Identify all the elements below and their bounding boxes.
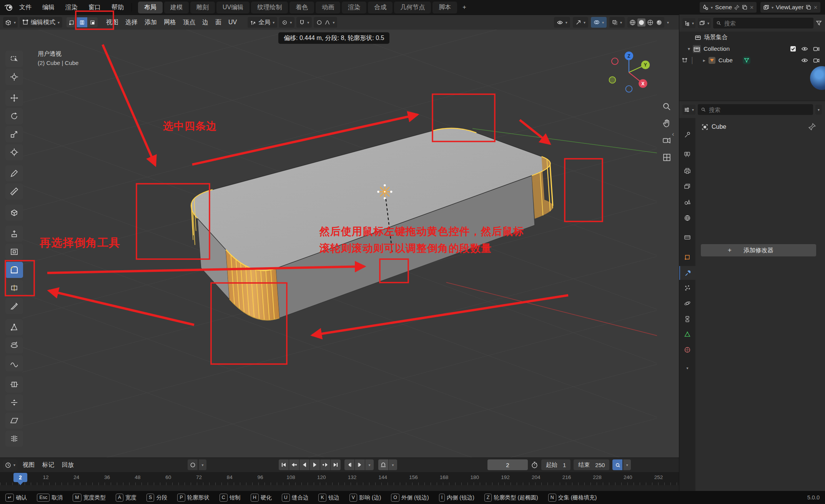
cube-mesh[interactable] (191, 128, 553, 320)
camera-visibility-icon[interactable] (813, 57, 820, 64)
tab-render[interactable] (679, 147, 695, 161)
checkbox-icon[interactable] (790, 46, 796, 52)
tool-cursor-button[interactable] (5, 69, 23, 85)
outliner-editor-type-button[interactable]: ▾ (682, 18, 695, 28)
chevron-down-icon[interactable]: ▾ (667, 20, 669, 25)
face-select-button[interactable] (87, 17, 98, 27)
viewlayer-selector[interactable]: ▾ ViewLayer ✕ (760, 2, 820, 13)
workspace-tab[interactable]: 动画 (316, 2, 340, 13)
pan-hand-icon[interactable] (662, 119, 672, 128)
tool-shrink-flatten-button[interactable] (5, 394, 23, 411)
next-keyframe-button[interactable] (320, 459, 330, 470)
tab-material[interactable] (679, 343, 695, 357)
solid-shading-button[interactable] (637, 18, 645, 27)
play-reverse-button[interactable] (299, 459, 309, 470)
close-icon[interactable]: ✕ (813, 5, 818, 10)
jump-to-start-button[interactable] (279, 459, 289, 470)
tab-world[interactable] (679, 211, 695, 225)
workspace-tab[interactable]: 建模 (164, 2, 189, 13)
collection-row[interactable]: ▾ Collection (679, 43, 825, 55)
keying-button[interactable] (612, 459, 622, 470)
cube-object-row[interactable]: │ ▸ Cube (679, 55, 825, 66)
play-button[interactable] (310, 459, 320, 470)
properties-tabs-overflow[interactable]: ▾ (679, 361, 695, 375)
navigate-sphere-icon[interactable] (810, 66, 825, 90)
end-frame-field[interactable]: 结束 250 (574, 459, 609, 470)
orthographic-grid-icon[interactable] (662, 153, 672, 162)
tab-modifiers[interactable] (679, 266, 695, 280)
tool-edge-slide-button[interactable] (5, 376, 23, 393)
tab-object[interactable] (679, 250, 695, 264)
tool-rip-region-button[interactable] (5, 431, 23, 447)
edge-select-button[interactable] (77, 17, 87, 27)
proportional-editing-dropdown[interactable]: ▾ (314, 17, 337, 28)
tool-knife-button[interactable] (5, 298, 23, 314)
scene-collection-row[interactable]: 场景集合 (679, 32, 825, 43)
editor-type-button[interactable]: ▾ (3, 17, 18, 28)
tab-particles[interactable] (679, 281, 695, 295)
viewport-menu-item[interactable]: 面 (212, 18, 225, 27)
jump-to-end-button[interactable] (331, 459, 341, 470)
topbar-menu-item[interactable]: 渲染 (60, 3, 83, 12)
preview-range-dropdown[interactable]: ▾ (389, 459, 397, 470)
workspace-tab[interactable]: 合成 (368, 2, 393, 13)
pin-icon[interactable] (734, 5, 740, 10)
tab-view-layer[interactable] (679, 180, 695, 193)
viewport-menu-item[interactable]: 添加 (141, 18, 160, 27)
rendered-shading-button[interactable] (655, 18, 663, 27)
preview-range-button[interactable] (378, 459, 388, 470)
vertex-select-button[interactable] (67, 17, 77, 27)
properties-search[interactable] (698, 104, 813, 115)
mode-dropdown[interactable]: 编辑模式 ▾ (20, 17, 62, 28)
viewport-menu-item[interactable]: 视图 (103, 18, 122, 27)
camera-visibility-icon[interactable] (813, 46, 820, 52)
viewport-menu-item[interactable]: 选择 (122, 18, 141, 27)
duplicate-icon[interactable] (742, 5, 747, 10)
filter-funnel-icon[interactable] (816, 20, 822, 26)
pivot-point-dropdown[interactable]: ▾ (279, 17, 294, 28)
workspace-tab[interactable]: 渲染 (342, 2, 366, 13)
eye-icon[interactable] (801, 57, 808, 64)
tab-object-data[interactable] (679, 328, 695, 341)
current-frame-field[interactable]: 2 (487, 459, 528, 470)
timeline-menu-item[interactable]: 标记 (38, 461, 58, 469)
tab-scene[interactable] (679, 195, 695, 209)
tool-add-cube-button[interactable] (5, 205, 23, 221)
timeline-menu-item[interactable]: 视图 (19, 461, 38, 469)
tool-spin-button[interactable] (5, 337, 23, 353)
zoom-icon[interactable] (662, 102, 672, 111)
tool-measure-button[interactable] (5, 183, 23, 200)
expand-chevron-right-icon[interactable]: ▸ (703, 58, 705, 63)
properties-editor-type-button[interactable]: ▾ (682, 105, 695, 115)
xray-dropdown[interactable]: ▾ (609, 17, 625, 28)
next-frame-button[interactable] (355, 459, 365, 470)
topbar-menu-item[interactable]: 窗口 (83, 3, 106, 12)
tool-annotate-button[interactable] (5, 165, 23, 181)
tool-rotate-button[interactable] (5, 108, 23, 124)
viewport-menu-item[interactable]: 顶点 (180, 18, 199, 27)
timeline-menu-item[interactable]: 回放 (58, 461, 78, 469)
tool-select-box-button[interactable] (5, 51, 23, 67)
tab-constraints[interactable] (679, 312, 695, 326)
overlays-dropdown[interactable]: ▾ (591, 17, 607, 28)
timeline-editor-type-button[interactable]: ▾ (3, 460, 17, 471)
close-icon[interactable]: ✕ (750, 5, 754, 10)
tool-scale-button[interactable] (5, 126, 23, 142)
gizmos-dropdown[interactable]: ▾ (573, 17, 588, 28)
tab-tool[interactable] (679, 128, 695, 142)
navigation-gizmo[interactable]: Z Y X (609, 52, 650, 92)
viewport-menu-item[interactable]: 网格 (160, 18, 180, 27)
material-shading-button[interactable] (646, 18, 654, 27)
tab-layout[interactable]: 布局 (138, 2, 163, 13)
tool-extrude-button[interactable] (5, 226, 23, 242)
tool-shear-button[interactable] (5, 413, 23, 429)
3d-viewport[interactable]: Z Y X 偏移: 0.444 m, 分段: 8, 轮廓形状: 0.5 用户透视… (0, 30, 679, 457)
camera-view-icon[interactable] (662, 136, 672, 145)
stopwatch-icon[interactable] (531, 461, 538, 469)
auto-key-record-button[interactable] (188, 459, 198, 470)
viewport-menu-item[interactable]: UV (225, 19, 240, 26)
wireframe-shading-button[interactable] (629, 18, 637, 27)
tool-loop-cut-button[interactable] (5, 280, 23, 296)
pin-icon[interactable] (808, 123, 816, 130)
viewport-menu-item[interactable]: 边 (199, 18, 212, 27)
